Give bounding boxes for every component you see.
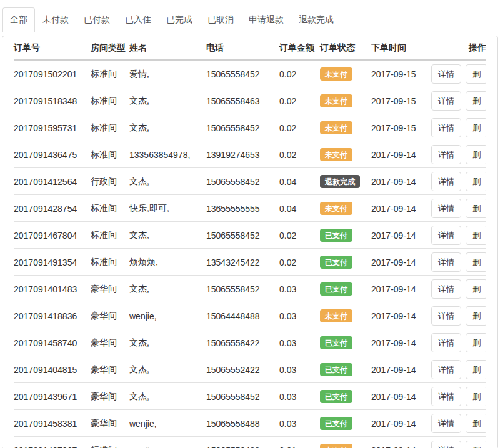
cell-phone: 15065558452	[206, 168, 279, 195]
status-badge: 退款完成	[320, 175, 360, 188]
status-badge: 未支付	[320, 309, 352, 322]
tab-checked-in[interactable]: 已入住	[118, 7, 159, 32]
cell-room-type: 豪华间	[91, 276, 129, 302]
cell-room-type: 标准间	[91, 249, 129, 276]
delete-button[interactable]: 删	[466, 441, 486, 448]
detail-button[interactable]: 详情	[431, 118, 461, 137]
detail-button[interactable]: 详情	[431, 333, 461, 352]
cell-actions: 详情删	[431, 114, 486, 141]
status-badge: 已支付	[320, 336, 352, 349]
tab-all[interactable]: 全部	[2, 7, 35, 32]
table-row: 2017091437067标准间wenjie,150655584880.01未支…	[14, 437, 486, 448]
cell-phone: 13655555555	[206, 195, 279, 222]
tab-refund-requested[interactable]: 申请退款	[241, 7, 291, 32]
detail-button[interactable]: 详情	[431, 64, 461, 84]
detail-button[interactable]: 详情	[431, 252, 461, 272]
cell-amount: 0.03	[279, 276, 320, 302]
status-badge: 未支付	[320, 444, 352, 448]
cell-actions: 详情删	[431, 87, 486, 114]
delete-button[interactable]: 删	[466, 91, 486, 111]
cell-status: 已支付	[320, 410, 371, 437]
cell-date: 2017-09-14	[371, 141, 431, 168]
cell-date: 2017-09-15	[371, 114, 431, 141]
tab-cancelled[interactable]: 已取消	[200, 7, 241, 32]
detail-button[interactable]: 详情	[431, 360, 461, 379]
detail-button[interactable]: 详情	[431, 306, 461, 326]
cell-name: 文杰,	[129, 383, 206, 410]
cell-room-type: 豪华间	[91, 383, 129, 410]
cell-amount: 0.03	[279, 329, 320, 356]
cell-room-type: 标准间	[91, 141, 129, 168]
delete-button[interactable]: 删	[466, 145, 486, 164]
cell-room-type: 标准间	[91, 195, 129, 222]
cell-room-type: 标准间	[91, 114, 129, 141]
cell-actions: 详情删	[431, 141, 486, 168]
cell-order-no: 2017091458381	[14, 410, 91, 437]
detail-button[interactable]: 详情	[431, 387, 461, 406]
tab-paid[interactable]: 已付款	[76, 7, 118, 32]
cell-order-no: 2017091439671	[14, 383, 91, 410]
cell-room-type: 豪华间	[91, 410, 129, 437]
delete-button[interactable]: 删	[466, 226, 486, 245]
cell-order-no: 2017091418836	[14, 302, 91, 329]
cell-room-type: 标准间	[91, 222, 129, 249]
cell-amount: 0.04	[279, 168, 320, 195]
cell-name: wenjie,	[129, 437, 206, 448]
delete-button[interactable]: 删	[466, 118, 486, 137]
cell-amount: 0.03	[279, 302, 320, 329]
detail-button[interactable]: 详情	[431, 145, 461, 164]
cell-actions: 详情删	[431, 276, 486, 302]
cell-status: 未支付	[320, 114, 371, 141]
column-header-actions: 操作	[431, 36, 486, 60]
cell-name: 爱情,	[129, 60, 206, 87]
detail-button[interactable]: 详情	[431, 91, 461, 111]
cell-phone: 15065558452	[206, 383, 279, 410]
cell-phone: 15065558452	[206, 276, 279, 302]
delete-button[interactable]: 删	[466, 172, 486, 191]
cell-date: 2017-09-14	[371, 410, 431, 437]
table-row: 2017091458740豪华间文杰,150655584220.03已支付201…	[14, 329, 486, 356]
delete-button[interactable]: 删	[466, 306, 486, 326]
cell-date: 2017-09-14	[371, 195, 431, 222]
cell-name: 文杰,	[129, 222, 206, 249]
detail-button[interactable]: 详情	[431, 279, 461, 299]
detail-button[interactable]: 详情	[431, 414, 461, 433]
delete-button[interactable]: 删	[466, 387, 486, 406]
delete-button[interactable]: 删	[466, 360, 486, 379]
detail-button[interactable]: 详情	[431, 226, 461, 245]
status-badge: 已支付	[320, 282, 352, 296]
tab-refund-completed[interactable]: 退款完成	[291, 7, 341, 32]
delete-button[interactable]: 删	[466, 252, 486, 272]
cell-phone: 15065558488	[206, 437, 279, 448]
cell-date: 2017-09-15	[371, 87, 431, 114]
cell-amount: 0.01	[279, 437, 320, 448]
table-row: 2017091418836豪华间wenjie,150644484880.03未支…	[14, 302, 486, 329]
detail-button[interactable]: 详情	[431, 441, 461, 448]
cell-name: 快乐,即可,	[129, 195, 206, 222]
cell-name: 133563854978,	[129, 141, 206, 168]
cell-room-type: 豪华间	[91, 329, 129, 356]
delete-button[interactable]: 删	[466, 64, 486, 84]
status-badge: 未支付	[320, 148, 352, 161]
detail-button[interactable]: 详情	[431, 199, 461, 218]
status-badge: 已支付	[320, 229, 352, 242]
cell-phone: 15065558422	[206, 329, 279, 356]
delete-button[interactable]: 删	[466, 279, 486, 299]
cell-status: 已支付	[320, 276, 371, 302]
tab-completed[interactable]: 已完成	[159, 7, 200, 32]
table-row: 2017091428754标准间快乐,即可,136555555550.04未支付…	[14, 195, 486, 222]
cell-date: 2017-09-15	[371, 60, 431, 87]
table-row: 2017091502201标准间爱情,150655584520.02未支付201…	[14, 60, 486, 87]
delete-button[interactable]: 删	[466, 199, 486, 218]
cell-amount: 0.02	[279, 60, 320, 87]
cell-order-no: 2017091428754	[14, 195, 91, 222]
table-row: 2017091401483豪华间文杰,150655584520.03已支付201…	[14, 276, 486, 302]
delete-button[interactable]: 删	[466, 414, 486, 433]
cell-order-no: 2017091502201	[14, 60, 91, 87]
detail-button[interactable]: 详情	[431, 172, 461, 191]
table-row: 2017091439671豪华间文杰,150655584520.03已支付201…	[14, 383, 486, 410]
tab-unpaid[interactable]: 未付款	[35, 7, 76, 32]
cell-date: 2017-09-14	[371, 276, 431, 302]
delete-button[interactable]: 删	[466, 333, 486, 352]
cell-phone: 15065558452	[206, 114, 279, 141]
